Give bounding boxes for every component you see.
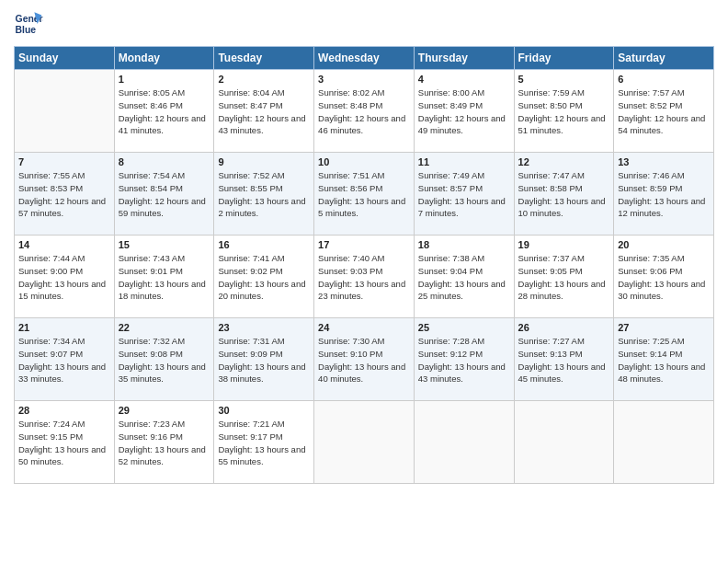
day-info: Sunrise: 7:43 AMSunset: 9:01 PMDaylight:… <box>119 252 210 303</box>
day-info: Sunrise: 7:30 AMSunset: 9:10 PMDaylight:… <box>318 335 410 385</box>
day-info: Sunrise: 8:02 AMSunset: 8:48 PMDaylight:… <box>318 86 410 137</box>
day-info: Sunrise: 7:49 AMSunset: 8:57 PMDaylight:… <box>418 169 510 220</box>
day-number: 14 <box>18 239 110 250</box>
calendar-cell: 10Sunrise: 7:51 AMSunset: 8:56 PMDayligh… <box>314 153 415 236</box>
calendar-cell: 1Sunrise: 8:05 AMSunset: 8:46 PMDaylight… <box>114 70 214 153</box>
day-number: 11 <box>418 156 510 167</box>
day-info: Sunrise: 8:00 AMSunset: 8:49 PMDaylight:… <box>418 86 510 137</box>
calendar-cell: 22Sunrise: 7:32 AMSunset: 9:08 PMDayligh… <box>114 318 214 401</box>
day-info: Sunrise: 7:46 AMSunset: 8:59 PMDaylight:… <box>618 169 710 220</box>
day-number: 18 <box>418 239 510 250</box>
day-number: 20 <box>618 239 710 250</box>
calendar-cell: 19Sunrise: 7:37 AMSunset: 9:05 PMDayligh… <box>514 236 614 318</box>
day-info: Sunrise: 7:41 AMSunset: 9:02 PMDaylight:… <box>218 252 310 303</box>
calendar-cell: 17Sunrise: 7:40 AMSunset: 9:03 PMDayligh… <box>314 236 415 318</box>
day-number: 16 <box>218 239 310 250</box>
calendar-cell: 20Sunrise: 7:35 AMSunset: 9:06 PMDayligh… <box>614 236 714 318</box>
calendar-cell <box>15 70 115 153</box>
calendar-week-row: 14Sunrise: 7:44 AMSunset: 9:00 PMDayligh… <box>15 236 714 318</box>
calendar-cell: 25Sunrise: 7:28 AMSunset: 9:12 PMDayligh… <box>414 318 514 401</box>
day-info: Sunrise: 7:24 AMSunset: 9:15 PMDaylight:… <box>18 418 110 468</box>
calendar-cell: 4Sunrise: 8:00 AMSunset: 8:49 PMDaylight… <box>414 70 514 153</box>
calendar-week-row: 7Sunrise: 7:55 AMSunset: 8:53 PMDaylight… <box>15 153 714 236</box>
day-number: 1 <box>119 74 210 85</box>
day-info: Sunrise: 7:54 AMSunset: 8:54 PMDaylight:… <box>119 169 210 220</box>
calendar-cell: 9Sunrise: 7:52 AMSunset: 8:55 PMDaylight… <box>214 153 314 236</box>
day-info: Sunrise: 8:05 AMSunset: 8:46 PMDaylight:… <box>119 86 210 137</box>
day-header-monday: Monday <box>114 47 214 70</box>
calendar-week-row: 21Sunrise: 7:34 AMSunset: 9:07 PMDayligh… <box>15 318 714 401</box>
day-info: Sunrise: 7:31 AMSunset: 9:09 PMDaylight:… <box>218 335 310 385</box>
day-info: Sunrise: 7:57 AMSunset: 8:52 PMDaylight:… <box>618 86 710 137</box>
day-number: 26 <box>518 322 610 333</box>
calendar-cell: 8Sunrise: 7:54 AMSunset: 8:54 PMDaylight… <box>114 153 214 236</box>
day-info: Sunrise: 7:40 AMSunset: 9:03 PMDaylight:… <box>318 252 410 303</box>
day-number: 10 <box>318 156 410 167</box>
day-number: 8 <box>119 156 210 167</box>
day-number: 29 <box>119 405 210 416</box>
day-info: Sunrise: 7:38 AMSunset: 9:04 PMDaylight:… <box>418 252 510 303</box>
day-info: Sunrise: 7:59 AMSunset: 8:50 PMDaylight:… <box>518 86 610 137</box>
day-header-wednesday: Wednesday <box>314 47 415 70</box>
calendar-header-row: SundayMondayTuesdayWednesdayThursdayFrid… <box>15 47 714 70</box>
calendar-cell: 7Sunrise: 7:55 AMSunset: 8:53 PMDaylight… <box>15 153 115 236</box>
day-number: 27 <box>618 322 710 333</box>
day-info: Sunrise: 7:34 AMSunset: 9:07 PMDaylight:… <box>18 335 110 385</box>
calendar-table: SundayMondayTuesdayWednesdayThursdayFrid… <box>14 46 714 484</box>
day-info: Sunrise: 7:44 AMSunset: 9:00 PMDaylight:… <box>18 252 110 303</box>
day-header-friday: Friday <box>514 47 614 70</box>
day-info: Sunrise: 7:37 AMSunset: 9:05 PMDaylight:… <box>518 252 610 303</box>
day-info: Sunrise: 7:23 AMSunset: 9:16 PMDaylight:… <box>119 418 210 468</box>
day-info: Sunrise: 7:25 AMSunset: 9:14 PMDaylight:… <box>618 335 710 385</box>
calendar-cell <box>314 401 415 484</box>
calendar-cell: 29Sunrise: 7:23 AMSunset: 9:16 PMDayligh… <box>114 401 214 484</box>
day-number: 12 <box>518 156 610 167</box>
day-info: Sunrise: 7:55 AMSunset: 8:53 PMDaylight:… <box>18 169 110 220</box>
day-number: 17 <box>318 239 410 250</box>
day-header-thursday: Thursday <box>414 47 514 70</box>
page-header: General Blue <box>14 9 714 39</box>
day-number: 4 <box>418 74 510 85</box>
day-info: Sunrise: 7:28 AMSunset: 9:12 PMDaylight:… <box>418 335 510 385</box>
calendar-cell: 26Sunrise: 7:27 AMSunset: 9:13 PMDayligh… <box>514 318 614 401</box>
day-number: 25 <box>418 322 510 333</box>
day-number: 13 <box>618 156 710 167</box>
calendar-week-row: 1Sunrise: 8:05 AMSunset: 8:46 PMDaylight… <box>15 70 714 153</box>
calendar-cell: 2Sunrise: 8:04 AMSunset: 8:47 PMDaylight… <box>214 70 314 153</box>
logo: General Blue <box>14 9 43 39</box>
day-number: 23 <box>218 322 310 333</box>
day-number: 7 <box>18 156 110 167</box>
day-number: 28 <box>18 405 110 416</box>
calendar-cell: 5Sunrise: 7:59 AMSunset: 8:50 PMDaylight… <box>514 70 614 153</box>
calendar-cell: 28Sunrise: 7:24 AMSunset: 9:15 PMDayligh… <box>15 401 115 484</box>
day-number: 5 <box>518 74 610 85</box>
calendar-cell: 6Sunrise: 7:57 AMSunset: 8:52 PMDaylight… <box>614 70 714 153</box>
calendar-cell: 27Sunrise: 7:25 AMSunset: 9:14 PMDayligh… <box>614 318 714 401</box>
calendar-cell: 23Sunrise: 7:31 AMSunset: 9:09 PMDayligh… <box>214 318 314 401</box>
day-number: 6 <box>618 74 710 85</box>
calendar-cell: 3Sunrise: 8:02 AMSunset: 8:48 PMDaylight… <box>314 70 415 153</box>
day-info: Sunrise: 7:27 AMSunset: 9:13 PMDaylight:… <box>518 335 610 385</box>
svg-text:Blue: Blue <box>16 25 37 35</box>
logo-icon: General Blue <box>14 9 43 39</box>
day-info: Sunrise: 7:32 AMSunset: 9:08 PMDaylight:… <box>119 335 210 385</box>
day-header-sunday: Sunday <box>15 47 115 70</box>
day-number: 15 <box>119 239 210 250</box>
calendar-cell <box>514 401 614 484</box>
day-header-saturday: Saturday <box>614 47 714 70</box>
day-info: Sunrise: 7:21 AMSunset: 9:17 PMDaylight:… <box>218 418 310 468</box>
calendar-cell: 14Sunrise: 7:44 AMSunset: 9:00 PMDayligh… <box>15 236 115 318</box>
day-info: Sunrise: 7:47 AMSunset: 8:58 PMDaylight:… <box>518 169 610 220</box>
day-number: 19 <box>518 239 610 250</box>
day-info: Sunrise: 7:51 AMSunset: 8:56 PMDaylight:… <box>318 169 410 220</box>
day-info: Sunrise: 7:35 AMSunset: 9:06 PMDaylight:… <box>618 252 710 303</box>
day-number: 3 <box>318 74 410 85</box>
calendar-week-row: 28Sunrise: 7:24 AMSunset: 9:15 PMDayligh… <box>15 401 714 484</box>
day-number: 2 <box>218 74 310 85</box>
day-info: Sunrise: 8:04 AMSunset: 8:47 PMDaylight:… <box>218 86 310 137</box>
calendar-cell: 16Sunrise: 7:41 AMSunset: 9:02 PMDayligh… <box>214 236 314 318</box>
day-info: Sunrise: 7:52 AMSunset: 8:55 PMDaylight:… <box>218 169 310 220</box>
calendar-cell: 13Sunrise: 7:46 AMSunset: 8:59 PMDayligh… <box>614 153 714 236</box>
calendar-cell <box>614 401 714 484</box>
calendar-cell: 24Sunrise: 7:30 AMSunset: 9:10 PMDayligh… <box>314 318 415 401</box>
